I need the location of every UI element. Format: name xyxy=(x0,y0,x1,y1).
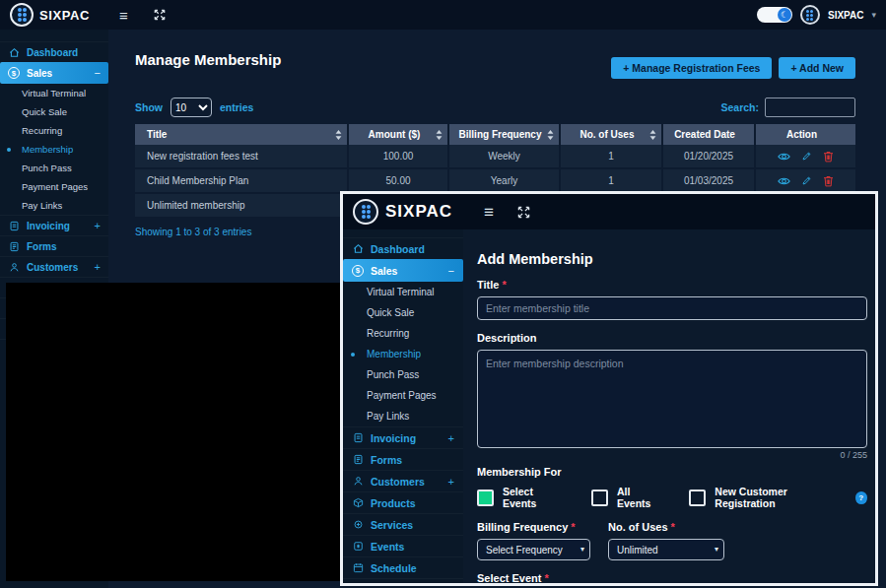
sidebar-subitem-quick-sale[interactable]: Quick Sale xyxy=(0,102,108,121)
checkbox-checked-icon[interactable] xyxy=(477,490,494,506)
sidebar-item-label: Customers xyxy=(27,262,78,273)
description-textarea[interactable] xyxy=(477,350,867,448)
sort-icon[interactable] xyxy=(335,130,342,140)
sort-icon[interactable] xyxy=(649,130,656,140)
sidebar-item-customers[interactable]: Customers + xyxy=(343,470,463,491)
chevron-down-icon[interactable]: ▾ xyxy=(871,10,876,20)
expand-plus-icon[interactable]: + xyxy=(95,261,101,273)
expand-plus-icon[interactable]: + xyxy=(95,220,101,231)
required-asterisk: * xyxy=(671,521,675,533)
hamburger-menu-icon[interactable]: ≡ xyxy=(484,204,494,221)
manage-registration-fees-button[interactable]: + Manage Registration Fees xyxy=(611,57,772,79)
sidebar-subitem-membership[interactable]: Membership xyxy=(343,344,463,364)
sidebar-item-products[interactable]: Products xyxy=(343,491,463,513)
column-header-action: Action xyxy=(755,124,855,145)
sidebar-item-forms[interactable]: Forms xyxy=(343,448,463,470)
cell-title: Child Membership Plan xyxy=(135,168,348,193)
expand-icon[interactable] xyxy=(154,9,166,21)
sidebar-item-partial[interactable] xyxy=(343,578,463,583)
sidebar-item-customers[interactable]: Customers + xyxy=(0,256,108,277)
cell-created: 01/03/2025 xyxy=(662,168,755,193)
expand-plus-icon[interactable]: + xyxy=(448,432,454,444)
sidebar-item-label: Dashboard xyxy=(371,243,425,255)
title-input[interactable] xyxy=(477,296,867,320)
page-size-select[interactable]: 10 xyxy=(170,98,212,117)
table-header-row: Title Amount ($) Billing Frequency No. o… xyxy=(135,124,855,145)
no-of-uses-select[interactable]: Unlimited xyxy=(608,539,724,560)
sidebar-item-events[interactable]: Events xyxy=(343,535,463,556)
required-asterisk: * xyxy=(544,572,548,583)
sidebar-subitem-recurring[interactable]: Recurring xyxy=(0,121,108,140)
expand-icon[interactable] xyxy=(517,206,530,219)
checkbox-select-events[interactable]: Select Events xyxy=(477,486,566,509)
search-label: Search: xyxy=(720,101,759,113)
checkbox-icon[interactable] xyxy=(689,490,706,506)
expand-plus-icon[interactable]: + xyxy=(448,476,454,488)
sidebar-item-sales[interactable]: $ Sales − xyxy=(0,62,108,84)
checkbox-all-events[interactable]: All Events xyxy=(591,486,663,509)
column-header-created-date[interactable]: Created Date xyxy=(662,124,755,145)
page-title: Manage Membership xyxy=(135,51,281,68)
dollar-icon: $ xyxy=(8,67,20,79)
column-header-title[interactable]: Title xyxy=(135,124,348,145)
invoice-icon xyxy=(8,221,20,231)
sidebar-item-dashboard[interactable]: Dashboard xyxy=(0,41,108,62)
sidebar-item-schedule[interactable]: Schedule xyxy=(343,556,463,578)
dark-mode-toggle[interactable]: ☾ xyxy=(757,7,792,23)
gear-icon xyxy=(352,519,364,530)
checkbox-new-customer-registration[interactable]: New Customer Registration xyxy=(689,486,843,509)
sidebar-subitem-payment-pages[interactable]: Payment Pages xyxy=(0,177,108,196)
checkbox-icon[interactable] xyxy=(591,490,608,506)
modal-sidebar: Dashboard $ Sales − Virtual Terminal Qui… xyxy=(343,229,463,583)
sidebar-item-invoicing[interactable]: Invoicing + xyxy=(0,215,108,235)
sidebar-item-label: Sales xyxy=(371,265,397,277)
view-icon[interactable] xyxy=(778,176,790,186)
column-header-amount[interactable]: Amount ($) xyxy=(348,124,448,145)
column-header-no-of-uses[interactable]: No. of Uses xyxy=(560,124,662,145)
add-membership-form: Add Membership Title* Description 0 / 25… xyxy=(463,229,875,583)
collapse-icon[interactable]: − xyxy=(448,265,454,277)
search-input[interactable] xyxy=(765,98,855,117)
sidebar-item-forms[interactable]: Forms xyxy=(0,235,108,256)
edit-icon[interactable] xyxy=(801,175,812,186)
table-row: Child Membership Plan 50.00 Yearly 1 01/… xyxy=(135,168,855,193)
sort-icon[interactable] xyxy=(547,130,554,140)
sidebar-subitem-payment-pages[interactable]: Payment Pages xyxy=(343,385,463,406)
sidebar-item-label: Events xyxy=(371,541,404,553)
calendar-icon xyxy=(352,562,364,573)
delete-icon[interactable] xyxy=(823,175,834,187)
view-icon[interactable] xyxy=(778,152,790,162)
sort-icon[interactable] xyxy=(436,130,443,140)
sidebar-subitem-punch-pass[interactable]: Punch Pass xyxy=(0,159,108,177)
hamburger-menu-icon[interactable]: ≡ xyxy=(119,8,128,23)
sidebar-subitem-virtual-terminal[interactable]: Virtual Terminal xyxy=(0,84,108,102)
sidebar-item-services[interactable]: Services xyxy=(343,513,463,535)
help-icon[interactable]: ? xyxy=(855,491,867,504)
sidebar-subitem-pay-links[interactable]: Pay Links xyxy=(0,196,108,215)
billing-frequency-label: Billing Frequency* xyxy=(477,521,590,533)
person-icon xyxy=(352,476,364,487)
sidebar-item-dashboard[interactable]: Dashboard xyxy=(343,237,463,259)
cell-uses: 1 xyxy=(560,168,662,193)
dollar-icon: $ xyxy=(352,265,364,277)
add-new-button[interactable]: + Add New xyxy=(779,57,855,79)
form-icon xyxy=(352,454,364,465)
collapse-icon[interactable]: − xyxy=(95,67,101,79)
user-avatar[interactable] xyxy=(800,5,820,25)
column-header-billing-frequency[interactable]: Billing Frequency xyxy=(448,124,560,145)
sidebar-subitem-pay-links[interactable]: Pay Links xyxy=(343,406,463,426)
required-asterisk: * xyxy=(571,521,575,533)
sidebar-item-invoicing[interactable]: Invoicing + xyxy=(343,426,463,448)
user-name[interactable]: SIXPAC xyxy=(828,10,864,21)
sidebar-subitem-quick-sale[interactable]: Quick Sale xyxy=(343,302,463,323)
sidebar-item-label: Products xyxy=(371,497,416,509)
sidebar-subitem-virtual-terminal[interactable]: Virtual Terminal xyxy=(343,282,463,302)
edit-icon[interactable] xyxy=(801,151,812,162)
sidebar-subitem-punch-pass[interactable]: Punch Pass xyxy=(343,364,463,385)
show-label: Show xyxy=(135,101,163,113)
sidebar-subitem-recurring[interactable]: Recurring xyxy=(343,323,463,344)
billing-frequency-select[interactable]: Select Frequency xyxy=(477,539,590,560)
sidebar-item-sales[interactable]: $ Sales − xyxy=(343,259,463,282)
sidebar-subitem-membership[interactable]: Membership xyxy=(0,140,108,159)
delete-icon[interactable] xyxy=(823,151,834,163)
